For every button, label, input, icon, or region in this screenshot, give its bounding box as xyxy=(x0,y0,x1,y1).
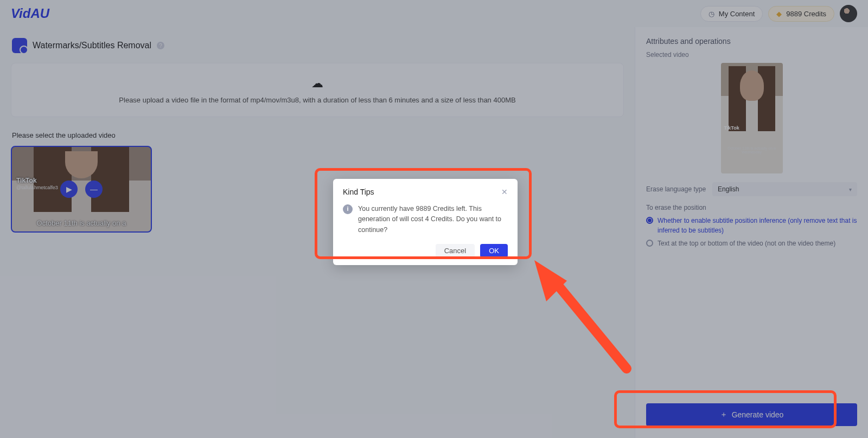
ok-button[interactable]: OK xyxy=(480,244,508,257)
confirmation-modal: Kind Tips ✕ i You currently have 9889 Cr… xyxy=(333,179,518,265)
modal-message: You currently have 9889 Credits left. Th… xyxy=(358,204,508,235)
modal-close-button[interactable]: ✕ xyxy=(501,188,508,196)
info-icon: i xyxy=(343,204,353,214)
cancel-button[interactable]: Cancel xyxy=(436,244,475,257)
modal-title: Kind Tips xyxy=(343,188,374,196)
